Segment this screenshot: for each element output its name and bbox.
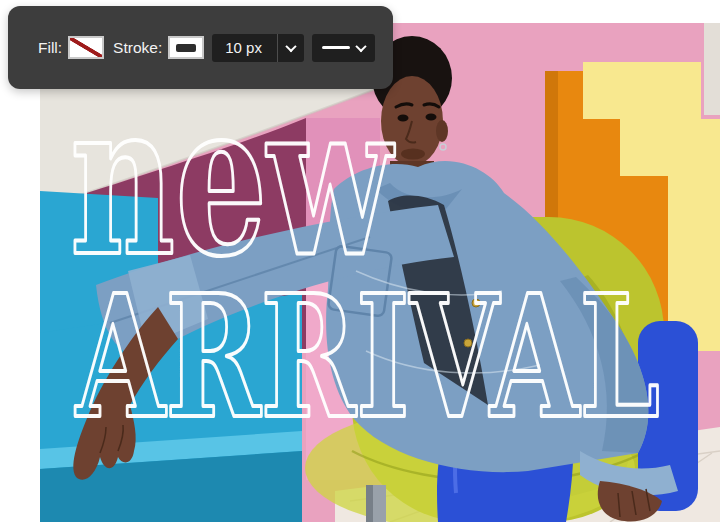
chevron-down-icon [278,44,304,52]
stroke-color-swatch[interactable] [168,36,204,59]
white-wall-edge [704,23,720,115]
stroke-label: Stroke: [113,40,162,56]
yellow-stairs [583,62,701,119]
stroke-width-select[interactable]: 10 px [212,34,304,62]
artwork-text-line2[interactable]: ARRIVAL [75,258,660,456]
properties-toolbar: Fill: Stroke: 10 px [8,6,393,89]
stroke-style-select[interactable] [312,34,375,62]
canvas-stage: new ARRIVAL Fill: Stroke: 10 px [0,0,720,522]
solid-line-icon [322,46,349,49]
fill-color-swatch[interactable] [68,36,104,59]
chevron-down-icon [350,44,374,52]
stroke-width-value: 10 px [212,39,277,56]
fill-label: Fill: [38,40,62,56]
